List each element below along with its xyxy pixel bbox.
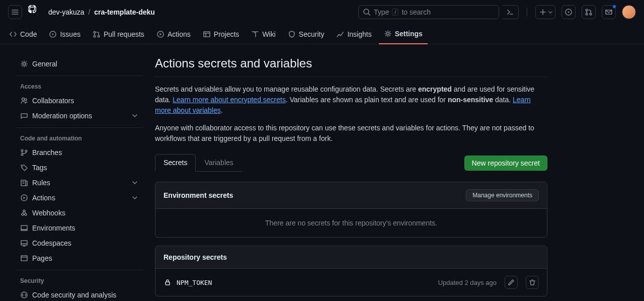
description-paragraph-1: Secrets and variables allow you to manag…: [155, 84, 547, 116]
sidebar-item-tags[interactable]: Tags: [16, 160, 143, 175]
description-paragraph-2: Anyone with collaborator access to this …: [155, 123, 547, 144]
environment-secrets-empty: There are no secrets for this repository…: [155, 209, 547, 237]
sidebar-item-environments[interactable]: Environments: [16, 220, 143, 236]
sidebar-item-rules[interactable]: Rules: [16, 175, 143, 190]
notifications-button[interactable]: [602, 5, 616, 19]
sidebar-item-branches[interactable]: Branches: [16, 145, 143, 160]
sidebar-item-pages[interactable]: Pages: [16, 251, 143, 266]
sidebar-item-general[interactable]: General: [16, 56, 143, 71]
repository-secrets-panel: Repository secrets NPM_TOKEN Updated 2 d…: [155, 246, 547, 296]
svg-point-16: [25, 99, 27, 101]
sidebar-header-security: Security: [16, 274, 143, 287]
hamburger-button[interactable]: [8, 5, 22, 19]
sidebar-item-codespaces[interactable]: Codespaces: [16, 236, 143, 251]
github-logo[interactable]: [28, 5, 42, 19]
pull-requests-button[interactable]: [582, 5, 596, 19]
tab-projects[interactable]: Projects: [198, 24, 245, 44]
tab-actions[interactable]: Actions: [151, 24, 196, 44]
svg-point-2: [568, 12, 570, 13]
tab-settings[interactable]: Settings: [379, 24, 428, 44]
repository-secrets-title: Repository secrets: [164, 253, 227, 261]
search-input[interactable]: Type / to search: [358, 5, 499, 19]
svg-rect-26: [21, 225, 27, 230]
breadcrumb-repo[interactable]: cra-template-deku: [94, 8, 155, 16]
svg-rect-33: [166, 282, 170, 285]
tab-code[interactable]: Code: [4, 24, 42, 44]
sidebar-item-webhooks[interactable]: Webhooks: [16, 205, 143, 220]
breadcrumb: dev-yakuza / cra-template-deku: [48, 8, 155, 16]
tab-wiki[interactable]: Wiki: [246, 24, 280, 44]
breadcrumb-owner[interactable]: dev-yakuza: [48, 8, 85, 16]
tab-issues[interactable]: Issues: [44, 24, 85, 44]
search-placeholder-prefix: Type: [374, 8, 389, 16]
svg-rect-27: [21, 230, 27, 231]
edit-secret-button[interactable]: [505, 276, 518, 289]
learn-secrets-link[interactable]: Learn more about encrypted secrets: [173, 96, 286, 104]
tab-variables[interactable]: Variables: [196, 154, 242, 171]
secret-name: NPM_TOKEN: [177, 279, 212, 286]
svg-point-13: [386, 32, 389, 35]
sidebar-item-moderation[interactable]: Moderation options: [16, 108, 143, 123]
lock-icon: [164, 278, 172, 286]
tab-secrets[interactable]: Secrets: [155, 154, 196, 172]
chevron-down-icon: [131, 179, 139, 187]
chevron-down-icon: [131, 194, 139, 202]
chevron-down-icon: [131, 112, 139, 120]
manage-environments-button[interactable]: Manage environments: [466, 189, 539, 201]
sidebar-header-code: Code and automation: [16, 132, 143, 145]
environment-secrets-panel: Environment secrets Manage environments …: [155, 182, 547, 238]
environment-secrets-title: Environment secrets: [164, 191, 233, 199]
secret-row: NPM_TOKEN Updated 2 days ago: [155, 269, 547, 296]
search-placeholder-suffix: to search: [401, 8, 431, 16]
breadcrumb-separator: /: [88, 8, 90, 16]
svg-rect-29: [21, 256, 27, 261]
page-title: Actions secrets and variables: [155, 56, 547, 70]
svg-point-7: [52, 33, 54, 35]
tab-pulls[interactable]: Pull requests: [88, 24, 149, 44]
secret-updated: Updated 2 days ago: [438, 279, 497, 286]
svg-point-14: [23, 63, 26, 65]
search-slash-key: /: [392, 9, 398, 16]
svg-rect-12: [204, 32, 210, 37]
svg-point-20: [22, 166, 23, 167]
sidebar-item-code-security[interactable]: Code security and analysis: [16, 287, 143, 301]
tab-security[interactable]: Security: [283, 24, 330, 44]
avatar[interactable]: [622, 5, 636, 19]
notification-dot: [612, 5, 616, 9]
sidebar-item-actions[interactable]: Actions: [16, 190, 143, 205]
search-icon: [363, 8, 371, 16]
svg-point-15: [22, 98, 25, 101]
issues-button[interactable]: [561, 5, 576, 19]
command-palette-button[interactable]: [502, 5, 519, 19]
create-menu-button[interactable]: [535, 5, 555, 19]
delete-secret-button[interactable]: [526, 276, 539, 289]
sidebar-header-access: Access: [16, 80, 143, 93]
new-repository-secret-button[interactable]: New repository secret: [464, 156, 547, 171]
sidebar-item-collaborators[interactable]: Collaborators: [16, 93, 143, 108]
tab-insights[interactable]: Insights: [331, 24, 376, 44]
svg-rect-28: [21, 241, 27, 245]
